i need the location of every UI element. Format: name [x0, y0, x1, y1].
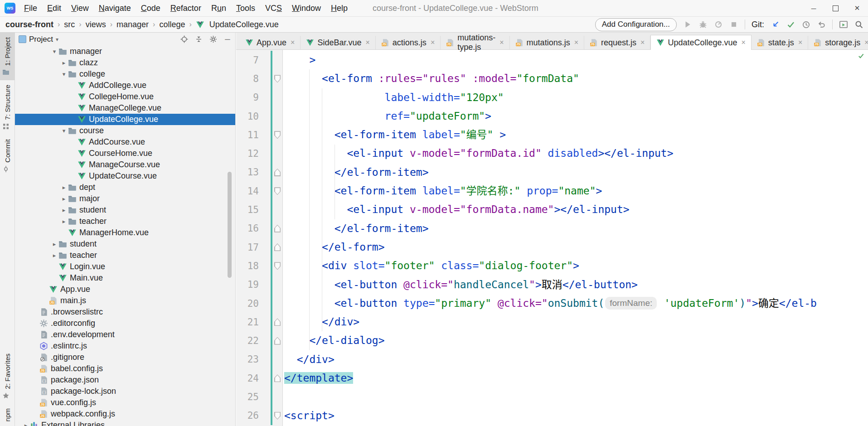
maximize-button[interactable]: [824, 0, 846, 16]
breadcrumb-src[interactable]: src: [63, 20, 76, 29]
tree-item-editorconfig[interactable]: .editorconfig: [15, 318, 235, 329]
chevron-down-icon[interactable]: ▾: [56, 36, 58, 43]
code-line[interactable]: <el-input v-model="formData.name"></el-i…: [283, 200, 868, 219]
code-line[interactable]: <el-input v-model="formData.id" disabled…: [283, 144, 868, 163]
fold-end-icon[interactable]: [274, 243, 281, 251]
menu-refactor[interactable]: Refactor: [165, 0, 206, 16]
fold-collapse-icon[interactable]: [274, 262, 281, 270]
tab-close-icon[interactable]: ×: [640, 39, 645, 47]
tree-item-clazz[interactable]: ▸clazz: [15, 57, 235, 68]
search-everywhere-button[interactable]: [854, 20, 863, 29]
tree-item-eslintrc-js[interactable]: .eslintrc.js: [15, 340, 235, 352]
tree-item-login-vue[interactable]: Login.vue: [15, 261, 235, 272]
profiler-button[interactable]: [714, 20, 723, 29]
tree-item-main-js[interactable]: JSmain.js: [15, 295, 235, 306]
code-line[interactable]: </el-form>: [283, 238, 868, 257]
tree-item-student[interactable]: ▸student: [15, 238, 235, 250]
tree-arrow-icon[interactable]: ▾: [60, 71, 68, 77]
breadcrumb-college[interactable]: college: [158, 20, 186, 29]
breadcrumb-course-front[interactable]: course-front: [5, 20, 54, 29]
tab-close-icon[interactable]: ×: [499, 39, 504, 47]
menu-window[interactable]: Window: [287, 0, 326, 16]
tab-storage-js[interactable]: JSstorage.js×: [808, 36, 868, 49]
tree-item-vue-config-js[interactable]: JSvue.config.js: [15, 397, 235, 408]
collapse-all-icon[interactable]: [194, 35, 203, 44]
tab-state-js[interactable]: JSstate.js×: [752, 36, 808, 49]
menu-file[interactable]: File: [19, 0, 42, 16]
code-line[interactable]: <div slot="footer" class="dialog-footer"…: [283, 257, 868, 275]
tab-app-vue[interactable]: App.vue×: [240, 36, 301, 49]
tab-close-icon[interactable]: ×: [864, 39, 868, 47]
code-line[interactable]: </el-form-item>: [283, 163, 868, 182]
code-line[interactable]: label-width="120px": [283, 88, 868, 107]
code-line[interactable]: </div>: [283, 313, 868, 331]
code-line[interactable]: </div>: [283, 350, 868, 369]
tree-arrow-icon[interactable]: ▸: [60, 184, 68, 191]
tool-stripe-2-favorites[interactable]: 2: Favorites: [0, 349, 15, 403]
tree-arrow-icon[interactable]: ▸: [60, 59, 68, 66]
code-line[interactable]: <el-form :rules="rules" :model="formData…: [283, 69, 868, 88]
tree-item-managerhome-vue[interactable]: ManagerHome.vue: [15, 227, 235, 238]
tree-item-managecollege-vue[interactable]: ManageCollege.vue: [15, 102, 235, 114]
tree-arrow-icon[interactable]: ▸: [50, 241, 58, 247]
menu-run[interactable]: Run: [206, 0, 231, 16]
tree-scrollbar[interactable]: [228, 172, 232, 278]
code-line[interactable]: <el-button @click="handleCancel">取消</el-…: [283, 276, 868, 294]
editor-body[interactable]: 7891011121314151617181920212223242526 ><…: [236, 50, 868, 426]
code-line[interactable]: >: [283, 51, 868, 69]
run-button[interactable]: [683, 20, 692, 29]
tree-item-external-libraries[interactable]: ▸External Libraries: [15, 420, 235, 426]
tool-stripe-7-structure[interactable]: 7: Structure: [0, 80, 15, 135]
menu-navigate[interactable]: Navigate: [94, 0, 136, 16]
tree-item-course[interactable]: ▾course: [15, 125, 235, 136]
tool-stripe-1-project[interactable]: 1: Project: [0, 33, 15, 80]
rollback-button[interactable]: [817, 20, 826, 29]
git-update-button[interactable]: [771, 20, 780, 29]
tab-mutations-js[interactable]: JSmutations.js×: [510, 36, 584, 49]
code-line[interactable]: <script>: [283, 407, 868, 425]
locate-icon[interactable]: [180, 35, 188, 44]
tree-item-coursehome-vue[interactable]: CourseHome.vue: [15, 148, 235, 159]
fold-end-icon[interactable]: [274, 225, 281, 232]
tree-item-browserslistrc[interactable]: .browserslistrc: [15, 306, 235, 318]
tab-mutations-type-js[interactable]: JSmutations-type.js×: [441, 36, 509, 49]
tab-updatecollege-vue[interactable]: UpdateCollege.vue×: [650, 35, 751, 50]
menu-help[interactable]: Help: [326, 0, 353, 16]
menu-edit[interactable]: Edit: [42, 0, 66, 16]
tab-sidebar-vue[interactable]: SideBar.vue×: [301, 36, 375, 49]
tab-close-icon[interactable]: ×: [431, 39, 435, 47]
tree-item-updatecourse-vue[interactable]: UpdateCourse.vue: [15, 170, 235, 182]
code-line[interactable]: [283, 387, 868, 406]
hide-panel-icon[interactable]: ─: [223, 35, 232, 44]
git-commit-button[interactable]: [786, 20, 795, 29]
tree-arrow-icon[interactable]: ▸: [60, 218, 68, 225]
code-area[interactable]: ><el-form :rules="rules" :model="formDat…: [283, 50, 868, 426]
tree-item-dept[interactable]: ▸dept: [15, 182, 235, 193]
fold-end-icon[interactable]: [274, 337, 281, 345]
fold-collapse-icon[interactable]: [274, 412, 281, 420]
tab-close-icon[interactable]: ×: [574, 39, 578, 47]
tree-item-package-json[interactable]: {}package.json: [15, 374, 235, 386]
fold-collapse-icon[interactable]: [274, 187, 281, 195]
tree-arrow-icon[interactable]: ▸: [60, 195, 68, 202]
tree-item-teacher[interactable]: ▸teacher: [15, 216, 235, 227]
tree-item-main-vue[interactable]: Main.vue: [15, 272, 235, 284]
tree-item-gitignore[interactable]: .gitignore: [15, 352, 235, 363]
tab-close-icon[interactable]: ×: [365, 39, 369, 47]
tree-item-managecourse-vue[interactable]: ManageCourse.vue: [15, 159, 235, 170]
close-button[interactable]: ✕: [846, 0, 868, 16]
menu-tools[interactable]: Tools: [231, 0, 260, 16]
code-line[interactable]: <el-form-item label="编号" >: [283, 126, 868, 144]
breadcrumb-views[interactable]: views: [85, 20, 107, 29]
tree-item-student[interactable]: ▸student: [15, 204, 235, 216]
tree-item-major[interactable]: ▸major: [15, 193, 235, 204]
tree-arrow-icon[interactable]: ▸: [22, 422, 30, 426]
add-configuration-button[interactable]: Add Configuration...: [595, 18, 677, 31]
minimize-button[interactable]: ─: [803, 0, 824, 16]
project-panel-title[interactable]: Project: [29, 35, 53, 44]
fold-collapse-icon[interactable]: [274, 131, 281, 139]
tool-stripe-npm[interactable]: npm: [0, 404, 15, 426]
code-line[interactable]: <el-button type="primary" @click="onSubm…: [283, 294, 868, 313]
tree-arrow-icon[interactable]: ▾: [60, 127, 68, 134]
tab-close-icon[interactable]: ×: [798, 39, 802, 47]
